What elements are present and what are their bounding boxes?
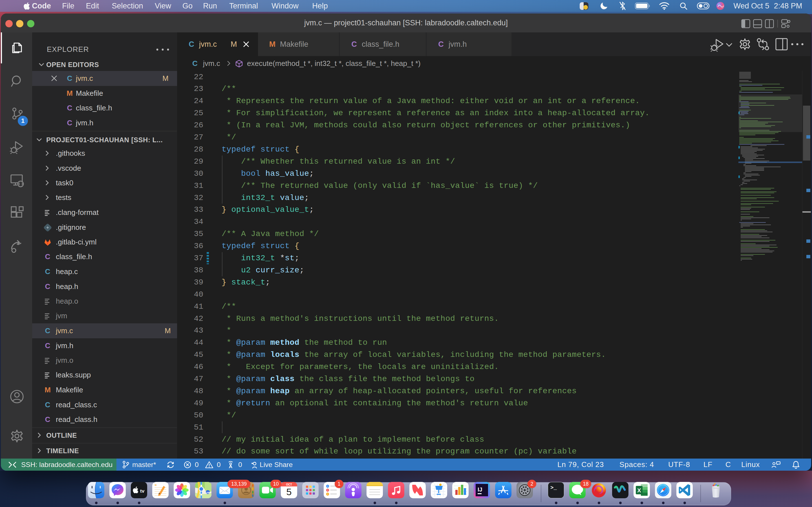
svg-text:IJ: IJ bbox=[477, 487, 483, 493]
svg-text:OCT: OCT bbox=[286, 483, 292, 486]
svg-text:280: 280 bbox=[206, 491, 210, 494]
svg-text:“: “ bbox=[154, 484, 157, 489]
svg-text:>_: >_ bbox=[550, 485, 557, 491]
svg-text:X: X bbox=[637, 487, 641, 494]
svg-text:5: 5 bbox=[287, 487, 292, 497]
svg-text:tv: tv bbox=[140, 489, 145, 494]
